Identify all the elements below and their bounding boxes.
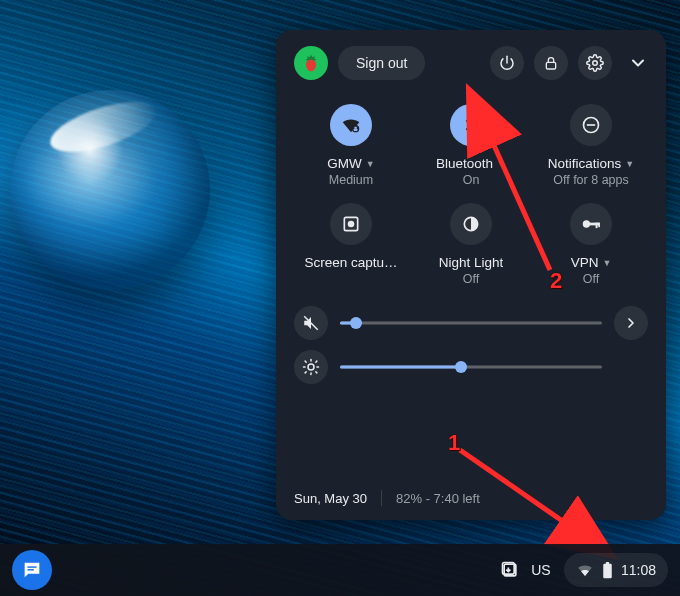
caret-icon: ▼ bbox=[625, 159, 634, 169]
lock-icon bbox=[543, 55, 559, 71]
holding-space-icon bbox=[500, 560, 520, 580]
brightness-button[interactable] bbox=[294, 350, 328, 384]
status-area[interactable]: 11:08 bbox=[564, 553, 668, 587]
ime-label: US bbox=[531, 562, 550, 578]
tile-sublabel: Off for 8 apps bbox=[553, 173, 629, 187]
volume-mute-button[interactable] bbox=[294, 306, 328, 340]
battery-status-icon bbox=[602, 562, 613, 579]
svg-line-20 bbox=[316, 372, 317, 373]
shelf: US 11:08 bbox=[0, 544, 680, 596]
holding-space-button[interactable] bbox=[500, 560, 520, 580]
svg-rect-4 bbox=[354, 129, 358, 131]
brightness-slider[interactable] bbox=[340, 357, 602, 377]
svg-line-19 bbox=[305, 361, 306, 362]
do-not-disturb-icon bbox=[570, 104, 612, 146]
sign-out-label: Sign out bbox=[356, 55, 407, 71]
svg-rect-26 bbox=[27, 569, 33, 570]
tile-label: Night Light bbox=[439, 255, 504, 270]
volume-row bbox=[294, 306, 648, 340]
callout-2: 2 bbox=[550, 268, 562, 294]
tile-sublabel: Off bbox=[583, 272, 599, 286]
wifi-icon bbox=[330, 104, 372, 146]
night-light-icon bbox=[450, 203, 492, 245]
svg-line-22 bbox=[305, 372, 306, 373]
wallpaper-droplet bbox=[10, 90, 210, 290]
tile-label: Screen captu… bbox=[304, 255, 397, 270]
tile-wifi[interactable]: GMW▼ Medium bbox=[294, 98, 408, 193]
power-button[interactable] bbox=[490, 46, 524, 80]
tile-label: Bluetooth bbox=[436, 156, 493, 171]
svg-rect-30 bbox=[606, 562, 609, 565]
lock-button[interactable] bbox=[534, 46, 568, 80]
svg-point-8 bbox=[349, 222, 354, 227]
messages-app-button[interactable] bbox=[12, 550, 52, 590]
sign-out-button[interactable]: Sign out bbox=[338, 46, 425, 80]
caret-icon: ▼ bbox=[602, 258, 611, 268]
tile-sublabel: On bbox=[463, 173, 480, 187]
chevron-down-icon bbox=[628, 53, 648, 73]
tile-label: VPN bbox=[571, 255, 599, 270]
audio-settings-button[interactable] bbox=[614, 306, 648, 340]
bluetooth-icon bbox=[450, 104, 492, 146]
vpn-key-icon bbox=[570, 203, 612, 245]
messages-icon bbox=[21, 559, 43, 581]
quick-settings-panel: Sign out GMW▼ Medium Bluetooth▼ bbox=[276, 30, 666, 520]
strawberry-icon bbox=[301, 53, 321, 73]
svg-rect-29 bbox=[603, 563, 612, 577]
tile-label: Notifications bbox=[548, 156, 622, 171]
svg-rect-0 bbox=[546, 62, 555, 69]
svg-point-1 bbox=[593, 61, 598, 66]
collapse-button[interactable] bbox=[628, 53, 648, 73]
screen-capture-icon bbox=[330, 203, 372, 245]
svg-rect-11 bbox=[596, 223, 598, 229]
quick-settings-tiles: GMW▼ Medium Bluetooth▼ On Notifications▼… bbox=[294, 98, 648, 292]
brightness-row bbox=[294, 350, 648, 384]
tile-screen-capture[interactable]: Screen captu… bbox=[294, 197, 408, 292]
svg-rect-3 bbox=[354, 127, 357, 129]
tile-sublabel: Medium bbox=[329, 173, 373, 187]
tile-sublabel: Off bbox=[463, 272, 479, 286]
tile-night-light[interactable]: Night Light Off bbox=[414, 197, 528, 292]
volume-mute-icon bbox=[302, 314, 320, 332]
panel-footer: Sun, May 30 82% - 7:40 left bbox=[294, 480, 648, 506]
volume-slider[interactable] bbox=[340, 313, 602, 333]
gear-icon bbox=[586, 54, 604, 72]
footer-battery-status: 82% - 7:40 left bbox=[396, 491, 480, 506]
ime-button[interactable]: US bbox=[528, 562, 554, 578]
tile-bluetooth[interactable]: Bluetooth▼ On bbox=[414, 98, 528, 193]
avatar[interactable] bbox=[294, 46, 328, 80]
svg-line-21 bbox=[316, 361, 317, 362]
divider bbox=[381, 490, 382, 506]
chevron-right-icon bbox=[623, 315, 639, 331]
caret-icon: ▼ bbox=[497, 159, 506, 169]
tile-notifications[interactable]: Notifications▼ Off for 8 apps bbox=[534, 98, 648, 193]
svg-point-14 bbox=[308, 364, 314, 370]
power-icon bbox=[498, 54, 516, 72]
wifi-status-icon bbox=[576, 561, 594, 579]
settings-button[interactable] bbox=[578, 46, 612, 80]
svg-rect-12 bbox=[598, 223, 600, 228]
panel-top-row: Sign out bbox=[294, 46, 648, 80]
svg-rect-25 bbox=[27, 566, 36, 567]
tile-label: GMW bbox=[327, 156, 362, 171]
caret-icon: ▼ bbox=[366, 159, 375, 169]
brightness-icon bbox=[302, 358, 320, 376]
callout-1: 1 bbox=[448, 430, 460, 456]
clock: 11:08 bbox=[621, 562, 656, 578]
footer-date: Sun, May 30 bbox=[294, 491, 367, 506]
